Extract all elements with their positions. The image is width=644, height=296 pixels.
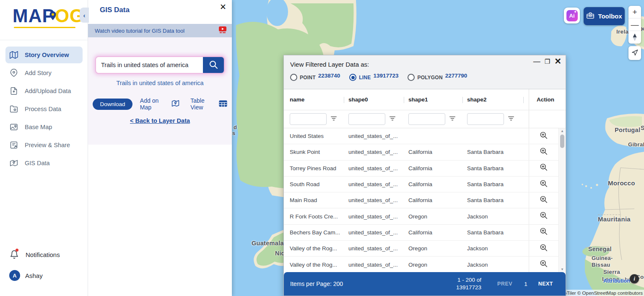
radio-line[interactable]: LINE13917723	[349, 74, 398, 81]
table-row[interactable]: Valley of the Rog...united_states_of_...…	[284, 257, 559, 272]
cell-name: Bechers Bay Cam...	[290, 229, 348, 236]
filter-icon[interactable]	[330, 115, 337, 123]
zoom-out-button[interactable]: —	[628, 18, 641, 31]
table-row[interactable]: Bechers Bay Cam...united_states_of_...Ca…	[284, 225, 559, 241]
map-label: Guatemala	[252, 240, 284, 247]
panel-title: GIS Data	[100, 6, 130, 14]
table-view-button[interactable]: Table View	[190, 97, 227, 111]
table-row[interactable]: Skunk Pointunited_states_of_...Californi…	[284, 144, 559, 160]
search-button[interactable]	[203, 57, 224, 73]
zoom-to-feature-button[interactable]	[529, 208, 559, 224]
sidebar-item-story-overview[interactable]: Story Overview	[5, 47, 83, 63]
toolbox-button[interactable]: Toolbox	[584, 7, 625, 25]
sidebar-item-notifications[interactable]: Notifications	[10, 250, 60, 259]
cell-shape1: Oregon	[408, 213, 467, 220]
scroll-up-icon[interactable]: ▲	[559, 128, 565, 134]
column-header-name[interactable]: name	[290, 96, 348, 103]
map-label: Gibral	[628, 141, 644, 148]
column-separator	[344, 97, 344, 103]
table-row[interactable]: United Statesunited_states_of_...	[284, 128, 559, 144]
cell-name: Torrey Pines Road	[290, 165, 348, 171]
cell-shape2: Santa Barbara	[467, 165, 528, 171]
cell-shape0: united_states_of_...	[348, 213, 408, 220]
current-page[interactable]: 1	[524, 281, 527, 287]
panel-close-icon[interactable]: ✕	[218, 0, 228, 13]
download-button[interactable]: Download	[93, 99, 132, 110]
cell-shape2: Jackson	[467, 245, 528, 252]
panel-collapse-button[interactable]: ‹	[80, 8, 89, 23]
add-on-map-button[interactable]: Add on Map	[140, 97, 179, 111]
table-body: United Statesunited_states_of_...Skunk P…	[284, 128, 566, 272]
sidebar-item-label: Add/Upload Data	[25, 88, 71, 94]
info-icon[interactable]: i	[630, 274, 639, 283]
column-header-shape2[interactable]: shape2	[467, 96, 528, 103]
cell-shape1: California	[408, 165, 467, 171]
scroll-down-icon[interactable]: ▼	[559, 267, 565, 272]
table-view-label: Table View	[190, 97, 216, 111]
attribution-link[interactable]: Attribution	[603, 278, 630, 284]
table-row[interactable]: Main Roadunited_states_of_...CaliforniaS…	[284, 192, 559, 208]
preview-share-icon	[10, 141, 18, 149]
radio-polygon[interactable]: POLYGON2277790	[408, 74, 467, 81]
radio-circle-icon[interactable]	[290, 74, 297, 81]
zoom-to-feature-button[interactable]	[529, 144, 559, 160]
prev-button[interactable]: PREV	[497, 281, 512, 287]
sidebar-item-base-map[interactable]: Base Map	[5, 119, 83, 135]
close-icon[interactable]: ✕	[554, 57, 561, 65]
zoom-in-button[interactable]: +	[628, 6, 641, 18]
ai-tool-button[interactable]: Ai✦	[564, 8, 580, 23]
zoom-to-feature-button[interactable]	[529, 192, 559, 208]
radio-point[interactable]: POINT2238740	[290, 74, 340, 81]
radio-circle-icon[interactable]	[349, 74, 356, 81]
sidebar-item-label: Add Story	[25, 70, 52, 76]
zoom-to-feature-button[interactable]	[529, 241, 559, 256]
sidebar-item-gis-data[interactable]: GIS Data	[5, 155, 83, 171]
sidebar-item-add-story[interactable]: Add Story	[5, 65, 83, 81]
search-suggestion-link[interactable]: Trails in united states of america	[88, 80, 232, 86]
filter-icon[interactable]	[389, 115, 396, 123]
compass-button[interactable]	[628, 31, 641, 44]
table-row[interactable]: R Fork Foots Cre...united_states_of_...O…	[284, 208, 559, 224]
cell-name: Main Road	[290, 197, 348, 203]
mapog-logo[interactable]: MAPOG	[13, 7, 84, 25]
sidebar-item-process-data[interactable]: Process Data	[5, 101, 83, 117]
column-header-action: Action	[529, 89, 559, 110]
filter-input-shape1[interactable]	[408, 113, 445, 125]
search-input[interactable]	[96, 57, 203, 73]
table-column-headers: nameshape0shape1shape2Action	[284, 89, 566, 110]
sidebar-item-preview-share[interactable]: Preview & Share	[5, 137, 83, 153]
scrollbar-thumb[interactable]	[560, 135, 564, 148]
table-row[interactable]: Valley of the Rog...united_states_of_...…	[284, 241, 559, 257]
column-header-shape0[interactable]: shape0	[348, 96, 408, 103]
filter-input-name[interactable]	[290, 113, 327, 125]
filter-input-shape0[interactable]	[348, 113, 385, 125]
cell-name: South Road	[290, 181, 348, 187]
zoom-to-feature-button[interactable]	[529, 128, 559, 144]
filter-icon[interactable]	[508, 115, 514, 123]
maximize-icon[interactable]: ❐	[545, 58, 550, 65]
table-row[interactable]: South Roadunited_states_of_...California…	[284, 177, 559, 192]
map-label: s	[232, 130, 236, 136]
filter-input-shape2[interactable]	[467, 113, 504, 125]
table-scrollbar[interactable]: ▲ ▼	[559, 128, 565, 272]
radio-circle-icon[interactable]	[408, 74, 415, 81]
zoom-to-feature-button[interactable]	[529, 225, 559, 240]
filter-icon[interactable]	[449, 115, 456, 123]
back-to-layer-data-link[interactable]: < Back to Layer Data	[88, 117, 232, 124]
zoom-to-feature-button[interactable]	[529, 177, 559, 192]
minimize-icon[interactable]: —	[533, 58, 540, 65]
tutorial-banner[interactable]: Watch video tutorial for GIS Data tool	[88, 24, 232, 37]
youtube-icon[interactable]	[218, 26, 227, 35]
sidebar-user[interactable]: A Ashay	[9, 270, 43, 281]
table-icon	[219, 100, 227, 108]
locate-button[interactable]	[628, 46, 641, 60]
column-header-shape1[interactable]: shape1	[408, 96, 467, 103]
magnifier-plus-icon	[539, 195, 548, 206]
next-button[interactable]: NEXT	[538, 281, 553, 287]
filter-cell-shape2	[467, 113, 528, 125]
zoom-to-feature-button[interactable]	[529, 257, 559, 272]
sidebar-item-add-upload-data[interactable]: Add/Upload Data	[5, 83, 83, 99]
avatar: A	[9, 270, 20, 281]
zoom-to-feature-button[interactable]	[529, 161, 559, 176]
table-row[interactable]: Torrey Pines Roadunited_states_of_...Cal…	[284, 161, 559, 177]
